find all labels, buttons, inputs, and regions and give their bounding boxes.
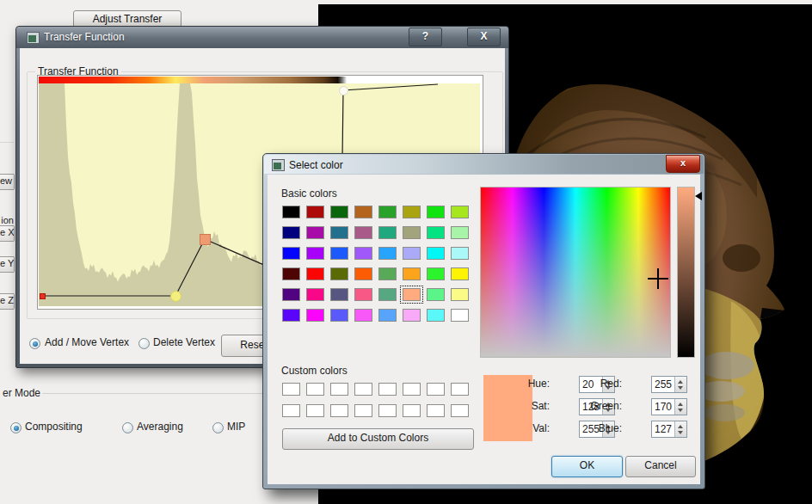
basic-color-swatch[interactable] <box>330 267 348 280</box>
basic-color-swatch[interactable] <box>403 226 421 239</box>
transfer-function-vertex[interactable] <box>40 293 46 299</box>
val-label: Val: <box>513 422 550 434</box>
custom-color-swatch[interactable] <box>354 383 372 396</box>
basic-color-swatch[interactable] <box>306 247 324 260</box>
basic-color-swatch[interactable] <box>378 206 397 218</box>
basic-color-swatch[interactable] <box>330 226 348 239</box>
hue-saturation-picker[interactable] <box>480 187 671 358</box>
custom-color-swatch[interactable] <box>451 383 469 396</box>
basic-color-swatch[interactable] <box>451 288 469 301</box>
basic-color-swatch[interactable] <box>330 206 348 218</box>
spin-arrows-icon[interactable] <box>674 377 686 392</box>
custom-color-swatch[interactable] <box>354 404 372 417</box>
basic-color-swatch[interactable] <box>403 309 421 322</box>
transfer-function-vertex[interactable] <box>170 291 181 302</box>
basic-color-swatch[interactable] <box>306 288 324 301</box>
basic-color-swatch[interactable] <box>330 309 348 322</box>
render-mode-mip-radio[interactable] <box>212 422 224 433</box>
basic-color-swatch[interactable] <box>282 288 300 301</box>
basic-color-swatch[interactable] <box>306 206 324 218</box>
basic-color-swatch[interactable] <box>282 247 300 260</box>
basic-color-swatch[interactable] <box>354 288 372 301</box>
close-icon[interactable]: x <box>666 155 700 173</box>
left-clipped-button-fragment[interactable]: e Y <box>0 256 15 273</box>
green-spinbox[interactable]: 170 <box>651 398 687 415</box>
custom-color-swatch[interactable] <box>403 404 421 417</box>
screen: Adjust Transfer Functon ewione Xe Ye Z e… <box>0 0 812 504</box>
basic-color-swatch[interactable] <box>330 247 348 260</box>
basic-color-swatch[interactable] <box>427 226 445 239</box>
green-label: Green: <box>585 400 622 412</box>
basic-color-swatch[interactable] <box>306 309 324 322</box>
vertex-mode-delete-radio[interactable] <box>138 338 150 349</box>
transfer-function-vertex[interactable] <box>339 86 348 95</box>
basic-color-swatch[interactable] <box>378 309 397 322</box>
left-clipped-button-fragment[interactable]: e X <box>0 225 15 242</box>
basic-color-swatch[interactable] <box>282 267 300 280</box>
transfer-function-vertex[interactable] <box>200 234 211 245</box>
vertex-mode-add-radio[interactable] <box>29 338 40 349</box>
custom-color-swatch[interactable] <box>427 383 445 396</box>
render-mode-averaging-radio[interactable] <box>122 422 133 433</box>
left-clipped-button-fragment[interactable]: ew <box>0 174 15 190</box>
basic-color-swatch[interactable] <box>451 206 469 218</box>
basic-color-swatch[interactable] <box>403 206 421 218</box>
basic-color-swatch[interactable] <box>451 309 469 322</box>
basic-color-swatch[interactable] <box>427 206 445 218</box>
basic-color-swatch[interactable] <box>378 226 397 239</box>
spin-arrows-icon[interactable] <box>674 421 686 437</box>
basic-color-swatch[interactable] <box>354 267 372 280</box>
render-mode-group-border <box>37 393 267 394</box>
saturation-gradient <box>481 187 670 357</box>
basic-color-swatch[interactable] <box>306 267 324 280</box>
ok-button[interactable]: OK <box>551 456 623 477</box>
custom-color-swatch[interactable] <box>427 404 445 417</box>
cancel-button[interactable]: Cancel <box>625 456 696 477</box>
basic-color-swatch[interactable] <box>451 267 469 280</box>
basic-color-swatch[interactable] <box>378 267 397 280</box>
basic-color-swatch[interactable] <box>403 288 421 301</box>
basic-color-swatch[interactable] <box>330 288 348 301</box>
basic-color-swatch[interactable] <box>403 247 421 260</box>
left-clipped-button-fragment: ion <box>0 214 15 225</box>
custom-color-swatch[interactable] <box>330 383 348 396</box>
add-to-custom-colors-button[interactable]: Add to Custom Colors <box>282 428 474 450</box>
select-color-titlebar[interactable]: Select color <box>264 155 704 174</box>
basic-color-swatch[interactable] <box>403 267 421 280</box>
custom-color-swatch[interactable] <box>282 404 300 417</box>
custom-color-swatch[interactable] <box>403 383 421 396</box>
custom-color-swatch[interactable] <box>330 404 348 417</box>
custom-color-swatch[interactable] <box>282 383 300 396</box>
basic-color-swatch[interactable] <box>451 247 469 260</box>
left-clipped-button-fragment[interactable]: e Z <box>0 293 15 310</box>
basic-color-swatch[interactable] <box>427 267 445 280</box>
basic-color-swatch[interactable] <box>282 226 300 239</box>
basic-color-swatch[interactable] <box>378 247 397 260</box>
custom-color-swatch[interactable] <box>378 404 397 417</box>
basic-color-swatch[interactable] <box>306 226 324 239</box>
basic-color-swatch[interactable] <box>282 206 300 218</box>
basic-color-swatch[interactable] <box>427 309 445 322</box>
basic-color-swatch[interactable] <box>354 226 372 239</box>
value-luminance-strip[interactable] <box>677 187 695 358</box>
close-button[interactable]: X <box>467 28 501 46</box>
custom-color-swatch[interactable] <box>451 404 469 417</box>
red-spinbox[interactable]: 255 <box>651 376 687 393</box>
custom-color-swatch[interactable] <box>306 383 324 396</box>
basic-color-swatch[interactable] <box>427 288 445 301</box>
basic-color-swatch[interactable] <box>354 309 372 322</box>
transfer-function-titlebar[interactable]: Transfer Function ? X <box>16 27 508 48</box>
basic-color-swatch[interactable] <box>378 288 397 301</box>
render-mode-compositing-radio[interactable] <box>10 422 22 433</box>
basic-color-swatch[interactable] <box>354 206 372 218</box>
custom-color-swatch[interactable] <box>306 404 324 417</box>
basic-color-swatch[interactable] <box>427 247 445 260</box>
basic-color-swatch[interactable] <box>282 309 300 322</box>
custom-color-swatch[interactable] <box>378 383 397 396</box>
help-button[interactable]: ? <box>409 28 442 46</box>
value-arrow-indicator[interactable] <box>695 192 702 200</box>
basic-color-swatch[interactable] <box>354 247 372 260</box>
basic-color-swatch[interactable] <box>451 226 469 239</box>
blue-spinbox[interactable]: 127 <box>651 421 687 438</box>
spin-arrows-icon[interactable] <box>674 399 686 415</box>
